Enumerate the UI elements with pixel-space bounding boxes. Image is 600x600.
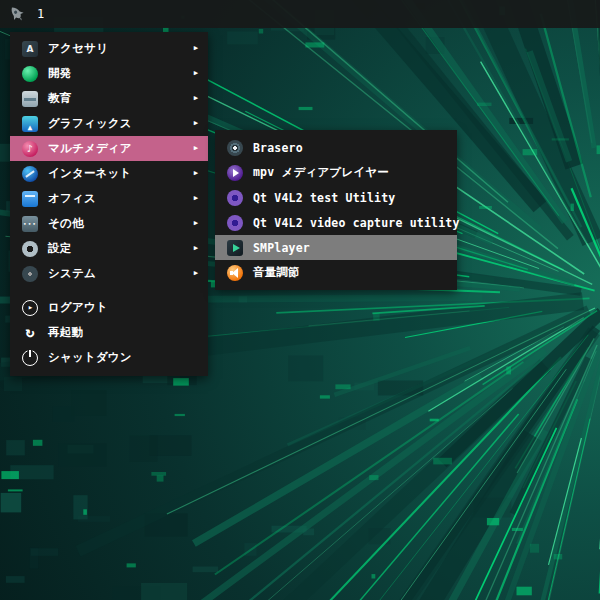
submenu-item-qt-v4l2-capture[interactable]: Qt V4L2 video capture utility (215, 210, 457, 235)
submenu-item-smplayer[interactable]: SMPlayer (215, 235, 457, 260)
submenu-item-label: SMPlayer (253, 241, 310, 255)
accessories-icon (22, 41, 38, 57)
rocket-launcher-icon[interactable] (5, 3, 29, 25)
education-icon (22, 91, 38, 107)
qt-v4l2-test-icon (227, 190, 243, 206)
menu-item-system[interactable]: システム ▶ (10, 261, 208, 286)
internet-icon (22, 166, 38, 182)
menu-item-shutdown[interactable]: シャットダウン (10, 345, 208, 370)
menu-item-office[interactable]: オフィス ▶ (10, 186, 208, 211)
menu-item-label: 設定 (48, 241, 71, 256)
settings-icon (22, 241, 38, 257)
office-icon (22, 191, 38, 207)
menu-item-label: その他 (48, 216, 84, 231)
applications-menu: アクセサリ ▶ 開発 ▶ 教育 ▶ グラフィックス ▶ マルチメディア ▶ イン… (10, 32, 208, 376)
shutdown-icon (22, 350, 38, 366)
workspace-indicator[interactable]: 1 (37, 7, 44, 21)
menu-separator (12, 286, 206, 295)
submenu-item-label: mpv メディアプレイヤー (253, 165, 389, 180)
menu-item-label: 教育 (48, 91, 71, 106)
logout-icon (22, 300, 38, 316)
menu-item-restart[interactable]: 再起動 (10, 320, 208, 345)
menu-item-label: インターネット (48, 166, 132, 181)
submenu-arrow-icon: ▶ (188, 145, 198, 152)
submenu-arrow-icon: ▶ (188, 45, 198, 52)
menu-item-multimedia[interactable]: マルチメディア ▶ (10, 136, 208, 161)
submenu-arrow-icon: ▶ (188, 95, 198, 102)
system-icon (22, 266, 38, 282)
menu-item-label: システム (48, 266, 96, 281)
menu-item-label: ログアウト (48, 300, 108, 315)
menu-item-label: シャットダウン (48, 350, 132, 365)
submenu-item-label: 音量調節 (253, 265, 300, 280)
submenu-item-mpv[interactable]: mpv メディアプレイヤー (215, 160, 457, 185)
menu-item-label: アクセサリ (48, 41, 108, 56)
smplayer-icon (227, 240, 243, 256)
submenu-arrow-icon: ▶ (188, 170, 198, 177)
mpv-icon (227, 165, 243, 181)
menu-item-accessories[interactable]: アクセサリ ▶ (10, 36, 208, 61)
menu-item-label: 再起動 (48, 325, 83, 340)
menu-item-label: マルチメディア (48, 141, 132, 156)
top-panel: 1 (0, 0, 600, 28)
submenu-item-label: Brasero (253, 141, 303, 155)
development-icon (22, 66, 38, 82)
menu-item-label: オフィス (48, 191, 96, 206)
multimedia-icon (22, 141, 38, 157)
menu-item-internet[interactable]: インターネット ▶ (10, 161, 208, 186)
submenu-item-label: Qt V4L2 video capture utility (253, 216, 460, 230)
submenu-arrow-icon: ▶ (188, 245, 198, 252)
restart-icon (22, 325, 38, 341)
menu-item-settings[interactable]: 設定 ▶ (10, 236, 208, 261)
submenu-item-label: Qt V4L2 test Utility (253, 191, 395, 205)
menu-item-graphics[interactable]: グラフィックス ▶ (10, 111, 208, 136)
menu-item-development[interactable]: 開発 ▶ (10, 61, 208, 86)
menu-item-other[interactable]: その他 ▶ (10, 211, 208, 236)
submenu-item-volume[interactable]: 音量調節 (215, 260, 457, 285)
submenu-arrow-icon: ▶ (188, 220, 198, 227)
submenu-item-qt-v4l2-test[interactable]: Qt V4L2 test Utility (215, 185, 457, 210)
menu-item-logout[interactable]: ログアウト (10, 295, 208, 320)
submenu-arrow-icon: ▶ (188, 195, 198, 202)
submenu-item-brasero[interactable]: Brasero (215, 135, 457, 160)
volume-icon (227, 265, 243, 281)
menu-item-education[interactable]: 教育 ▶ (10, 86, 208, 111)
other-icon (22, 216, 38, 232)
menu-item-label: グラフィックス (48, 116, 132, 131)
graphics-icon (22, 116, 38, 132)
brasero-icon (227, 140, 243, 156)
submenu-arrow-icon: ▶ (188, 270, 198, 277)
multimedia-submenu: Brasero mpv メディアプレイヤー Qt V4L2 test Utili… (215, 130, 457, 290)
submenu-arrow-icon: ▶ (188, 70, 198, 77)
qt-v4l2-capture-icon (227, 215, 243, 231)
menu-item-label: 開発 (48, 66, 71, 81)
submenu-arrow-icon: ▶ (188, 120, 198, 127)
